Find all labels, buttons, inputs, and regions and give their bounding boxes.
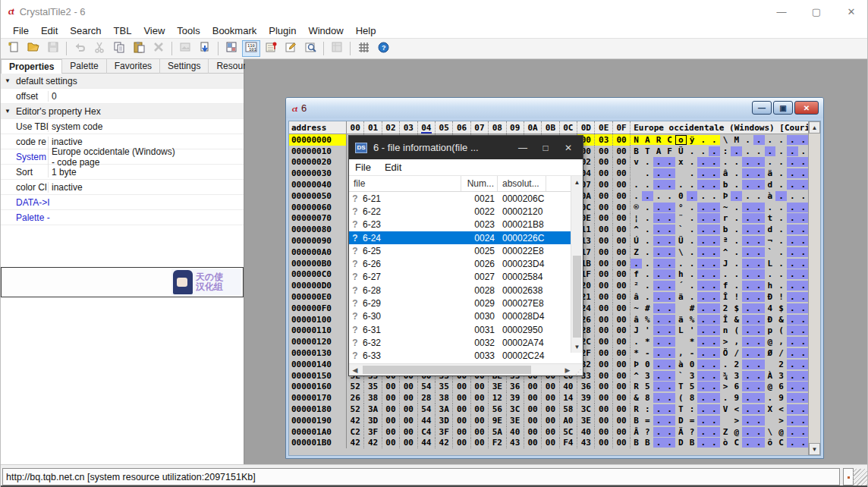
hex-text-char[interactable]: ° [675,203,687,212]
hex-byte[interactable]: 00 [613,404,631,415]
hex-byte[interactable]: 00 [453,438,470,449]
hex-text-char[interactable]: ( [675,393,687,403]
hex-text-char[interactable]: ` [675,225,687,234]
file-list-row[interactable]: ?6-290029000027E8 [349,297,583,309]
hex-text-char[interactable]: . [753,146,765,156]
hex-byte[interactable]: 00 [613,224,631,235]
hex-text-char[interactable]: . [709,337,720,347]
hex-byte[interactable]: 00 [613,235,631,247]
hex-text-char[interactable]: ¦ [631,213,642,223]
hex-byte[interactable]: 00 [542,438,559,449]
hex-text-char[interactable]: . [787,135,798,145]
hex-text-char[interactable]: 0 [675,191,687,201]
property-row[interactable]: Use TBLsystem code [1,119,244,134]
hex-byte[interactable]: 00 [613,382,631,393]
window-resize-grip[interactable] [853,469,868,485]
hex-text-char[interactable]: < [731,404,742,414]
hex-text-char[interactable]: . [775,213,787,223]
column-header-num[interactable]: Num... [461,176,498,191]
hex-text-char[interactable]: . [653,259,665,269]
hex-text-char[interactable]: . [697,360,709,369]
hex-text-char[interactable]: . [675,180,687,190]
hex-text-char[interactable]: B [631,438,642,448]
hex-close-button[interactable]: ✕ [794,101,819,115]
property-row[interactable]: Sort1 byte [1,165,244,180]
hex-text-char[interactable]: . [697,371,709,381]
hex-byte[interactable]: 00 [595,157,612,168]
hex-byte[interactable]: 00 [595,202,612,213]
hex-text-char[interactable]: . [664,259,675,269]
hex-text-char[interactable]: . [664,292,675,302]
hex-byte[interactable]: 00 [595,336,612,347]
dialog-horizontal-scrollbar[interactable]: ◀ ▶ ⋰ [349,363,583,375]
hex-text-char[interactable]: r [720,213,731,223]
hex-byte[interactable]: 00 [595,179,612,190]
hex-text-char[interactable]: . [709,404,720,414]
hex-text-char[interactable]: : [720,146,731,156]
hex-byte[interactable]: 00 [400,426,417,438]
hex-text-char[interactable]: . [787,325,798,335]
hex-byte[interactable]: 43 [577,438,595,449]
hex-byte[interactable]: 38 [364,392,382,404]
hex-byte[interactable]: 56 [489,404,506,415]
hex-text-char[interactable]: Ð [765,292,776,302]
hex-text-char[interactable]: . [742,416,753,426]
hex-text-char[interactable]: . [753,213,765,223]
hex-byte[interactable]: 3E [507,415,524,426]
hex-byte[interactable]: 3D [364,415,382,426]
hex-byte[interactable]: 00 [595,269,612,281]
hex-text-char[interactable]: . [664,180,675,190]
hex-text-char[interactable]: . [787,236,798,246]
hex-text-char[interactable]: . [787,225,798,234]
hex-text-char[interactable]: J [631,325,642,335]
hex-text-char[interactable]: ´ [675,281,687,291]
hex-byte[interactable]: 26 [347,392,364,404]
hex-text-char[interactable]: . [753,315,765,325]
hex-text-char[interactable]: . [664,303,675,313]
hex-text-char[interactable]: . [709,269,720,279]
file-list-row[interactable]: ?6-230023000021B8 [349,218,583,231]
dialog-scroll-thumb[interactable] [573,256,581,338]
hex-text-char[interactable]: . [642,292,653,302]
property-value[interactable]: Europe occidentale (Windows)- code page [48,146,244,168]
hex-text-char[interactable]: ? [642,427,653,437]
hex-text-char[interactable]: & [731,315,742,325]
hex-text-char[interactable]: ` [675,371,687,381]
hex-text-char[interactable]: Ö [720,348,731,358]
hex-text-char[interactable]: ò [720,438,731,448]
hex-byte[interactable]: 00 [595,438,612,449]
column-header-absolute[interactable]: absolut... [498,176,546,191]
hex-text-char[interactable]: / [731,348,742,358]
hex-row-00000180[interactable]: 00000180523A0000543A0000563C0000583C0000… [289,404,820,415]
hex-text-char[interactable]: & [775,315,787,325]
hex-text-char[interactable]: . [720,360,731,369]
hex-text-char[interactable]: . [709,191,720,201]
hex-text-char[interactable]: Ü [675,236,687,246]
hex-text-char[interactable]: . [742,157,753,167]
hex-text-char[interactable]: C [775,438,787,448]
hex-byte[interactable]: 00 [595,392,612,404]
hex-text-char[interactable]: . [697,281,709,291]
help-button[interactable]: ? [374,40,392,57]
hex-text-char[interactable]: * [631,348,642,358]
hex-text-char[interactable]: . [664,281,675,291]
hex-byte[interactable]: 00 [400,404,417,415]
hex-text-char[interactable]: # [687,303,698,313]
hex-text-char[interactable]: . [664,247,675,257]
hex-text-char[interactable]: . [709,360,720,369]
hex-text-char[interactable]: . [787,157,798,167]
hex-text-char[interactable]: . [664,348,675,358]
hex-text-char[interactable]: . [742,393,753,403]
hex-text-char[interactable]: . [664,191,675,201]
hex-byte[interactable]: C2 [347,426,364,438]
column-header-file[interactable]: file [349,176,461,191]
dialog-scroll-up-icon[interactable]: ▲ [571,176,583,188]
hex-text-char[interactable]: . [753,259,765,269]
hex-text-char[interactable]: % [687,315,698,325]
hex-text-char[interactable]: & [631,393,642,403]
hex-text-char[interactable]: . [775,269,787,279]
hex-text-char[interactable]: Z [720,427,731,437]
hex-text-char[interactable]: . [753,371,765,381]
hex-text-char[interactable]: h [765,281,776,291]
hex-text-char[interactable]: . [697,393,709,403]
